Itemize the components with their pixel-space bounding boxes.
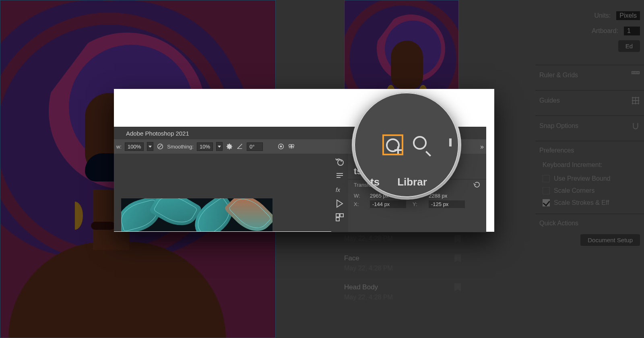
history-title: Face xyxy=(344,254,393,262)
collapsed-panel-icons: fx xyxy=(331,154,348,232)
checkbox-icon[interactable] xyxy=(543,175,550,182)
scale-strokes-row[interactable]: Scale Strokes & Eff xyxy=(535,197,644,209)
document-setup-button[interactable]: Document Setup xyxy=(580,234,640,246)
h-value[interactable]: 2288 px xyxy=(429,193,465,199)
x-label: X: xyxy=(354,201,363,207)
units-value[interactable]: Pixels xyxy=(616,11,640,20)
preferences-label: Preferences xyxy=(539,147,574,154)
history-timestamp: May 22, 4:28 PM xyxy=(344,265,393,272)
y-value[interactable]: -125 px xyxy=(429,200,465,208)
paragraph-panel-icon[interactable] xyxy=(335,171,345,181)
history-timestamp: May 22, 4:28 PM xyxy=(344,235,393,242)
bookmark-icon[interactable] xyxy=(454,235,461,243)
history-item[interactable]: Face May 22, 4:28 PM xyxy=(340,249,465,278)
butterfly-icon[interactable] xyxy=(288,143,295,150)
magnifier-callout: ts Librar xyxy=(354,93,459,197)
artboard-label: Artboard: xyxy=(592,27,618,35)
angle-icon xyxy=(236,143,244,150)
units-label: Units: xyxy=(594,12,611,19)
canvas-content[interactable] xyxy=(121,198,272,231)
angle-field[interactable]: 0° xyxy=(247,142,263,151)
svg-rect-10 xyxy=(336,218,339,221)
plus-icon xyxy=(394,146,402,154)
fx-panel-icon[interactable]: fx xyxy=(335,185,345,195)
expand-panels-icon[interactable]: » xyxy=(480,143,484,150)
reset-icon[interactable] xyxy=(473,182,481,188)
guides-icon[interactable] xyxy=(631,96,640,105)
checkbox-icon[interactable] xyxy=(543,187,550,194)
symmetry-icon[interactable] xyxy=(277,143,285,150)
svg-rect-8 xyxy=(336,214,339,217)
swatches-panel-icon[interactable] xyxy=(335,212,345,222)
smoothing-label: Smoothing: xyxy=(167,144,194,150)
snap-options-label: Snap Options xyxy=(539,122,578,130)
window-arrange-icon[interactable] xyxy=(449,138,452,146)
view-label: w: xyxy=(116,144,122,150)
search-icon[interactable] xyxy=(413,136,431,154)
properties-panel: Units: Pixels Artboard: 1 Ed Ruler & Gri… xyxy=(531,0,644,338)
svg-point-3 xyxy=(280,146,282,147)
svg-text:fx: fx xyxy=(336,187,341,193)
w-label: W: xyxy=(354,193,363,199)
history-item[interactable]: May 22, 4:28 PM xyxy=(340,229,465,249)
scale-corners-row[interactable]: Scale Corners xyxy=(535,185,644,197)
pressure-size-icon[interactable] xyxy=(157,143,164,150)
keyboard-increment-label: Keyboard Increment: xyxy=(535,160,644,173)
ruler-grids-label: Ruler & Grids xyxy=(539,72,578,79)
edit-button[interactable]: Ed xyxy=(618,40,640,52)
smoothing-field[interactable]: 10% xyxy=(197,142,213,151)
use-preview-bound-row[interactable]: Use Preview Bound xyxy=(535,173,644,185)
gear-icon[interactable] xyxy=(226,143,233,150)
y-label: Y: xyxy=(413,201,422,207)
svg-point-6 xyxy=(338,160,343,165)
bookmark-icon[interactable] xyxy=(454,254,461,262)
checkbox-checked-icon[interactable] xyxy=(543,199,550,206)
guides-label: Guides xyxy=(539,97,560,104)
history-timestamp: May 22, 4:28 PM xyxy=(344,294,393,301)
x-value[interactable]: -144 px xyxy=(370,200,406,208)
version-history-list: May 22, 4:28 PM Face May 22, 4:28 PM Hea… xyxy=(340,229,465,307)
ruler-icon[interactable] xyxy=(631,71,640,80)
snap-icon[interactable] xyxy=(631,122,640,130)
history-item[interactable]: Head Body May 22, 4:28 PM xyxy=(340,278,465,307)
actions-panel-icon[interactable] xyxy=(335,199,345,208)
quick-actions-label: Quick Actions xyxy=(539,220,578,227)
app-title: Adobe Photoshop 2021 xyxy=(126,130,189,137)
artboard-value[interactable]: 1 xyxy=(624,27,640,35)
bookmark-icon[interactable] xyxy=(454,283,461,291)
invite-to-edit-icon[interactable] xyxy=(382,134,403,155)
zoom-field[interactable]: 100% xyxy=(125,142,144,151)
svg-rect-9 xyxy=(340,214,343,217)
history-title: Head Body xyxy=(344,283,393,291)
history-panel-icon[interactable] xyxy=(335,158,345,167)
tab-libraries-partial: Librar xyxy=(397,176,427,188)
zoom-dropdown[interactable] xyxy=(147,142,153,151)
smoothing-dropdown[interactable] xyxy=(216,142,223,151)
